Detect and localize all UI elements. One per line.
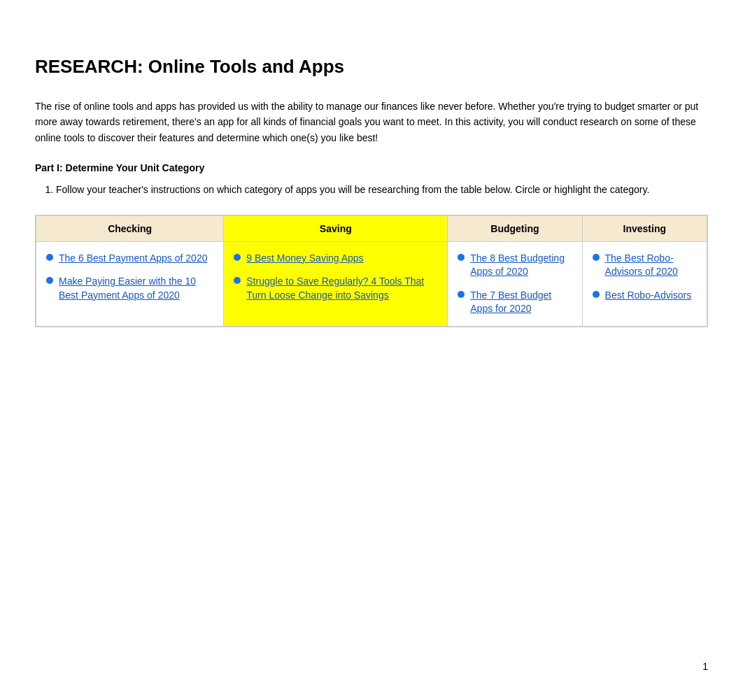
bullet-icon bbox=[234, 254, 241, 261]
checking-cell: The 6 Best Payment Apps of 2020 Make Pay… bbox=[36, 241, 224, 326]
saving-link-2[interactable]: Struggle to Save Regularly? 4 Tools That… bbox=[246, 275, 437, 302]
bullet-icon bbox=[46, 277, 53, 284]
saving-cell: 9 Best Money Saving Apps Struggle to Sav… bbox=[224, 241, 448, 326]
budgeting-link-2[interactable]: The 7 Best Budget Apps for 2020 bbox=[470, 289, 572, 316]
bullet-icon bbox=[593, 291, 600, 298]
instruction-item: Follow your teacher's instructions on wh… bbox=[56, 182, 708, 197]
category-table: Checking Saving Budgeting Investing The … bbox=[35, 215, 708, 327]
budgeting-cell: The 8 Best Budgeting Apps of 2020 The 7 … bbox=[448, 241, 582, 326]
budgeting-link-1[interactable]: The 8 Best Budgeting Apps of 2020 bbox=[470, 252, 572, 279]
bullet-icon bbox=[234, 277, 241, 284]
list-item: The 8 Best Budgeting Apps of 2020 bbox=[458, 252, 572, 279]
bullet-icon bbox=[458, 254, 465, 261]
list-item: The 7 Best Budget Apps for 2020 bbox=[458, 289, 572, 316]
checking-link-1[interactable]: The 6 Best Payment Apps of 2020 bbox=[59, 252, 207, 266]
investing-link-2[interactable]: Best Robo-Advisors bbox=[605, 289, 692, 303]
page-number: 1 bbox=[702, 661, 708, 672]
bullet-icon bbox=[46, 254, 53, 261]
list-item: Best Robo-Advisors bbox=[593, 289, 697, 303]
checking-link-2[interactable]: Make Paying Easier with the 10 Best Paym… bbox=[59, 275, 213, 302]
investing-link-1[interactable]: The Best Robo-Advisors of 2020 bbox=[605, 252, 697, 279]
saving-link-1[interactable]: 9 Best Money Saving Apps bbox=[246, 252, 363, 266]
col-header-checking: Checking bbox=[36, 215, 224, 241]
investing-cell: The Best Robo-Advisors of 2020 Best Robo… bbox=[582, 241, 707, 326]
intro-paragraph: The rise of online tools and apps has pr… bbox=[35, 99, 708, 145]
list-item: Make Paying Easier with the 10 Best Paym… bbox=[46, 275, 213, 302]
list-item: 9 Best Money Saving Apps bbox=[234, 252, 437, 266]
bullet-icon bbox=[458, 291, 465, 298]
list-item: Struggle to Save Regularly? 4 Tools That… bbox=[234, 275, 437, 302]
col-header-budgeting: Budgeting bbox=[448, 215, 582, 241]
col-header-investing: Investing bbox=[582, 215, 707, 241]
list-item: The Best Robo-Advisors of 2020 bbox=[593, 252, 697, 279]
part-heading: Part I: Determine Your Unit Category bbox=[35, 162, 708, 173]
list-item: The 6 Best Payment Apps of 2020 bbox=[46, 252, 213, 266]
bullet-icon bbox=[593, 254, 600, 261]
page-title: RESEARCH: Online Tools and Apps bbox=[35, 56, 708, 78]
col-header-saving: Saving bbox=[224, 215, 448, 241]
